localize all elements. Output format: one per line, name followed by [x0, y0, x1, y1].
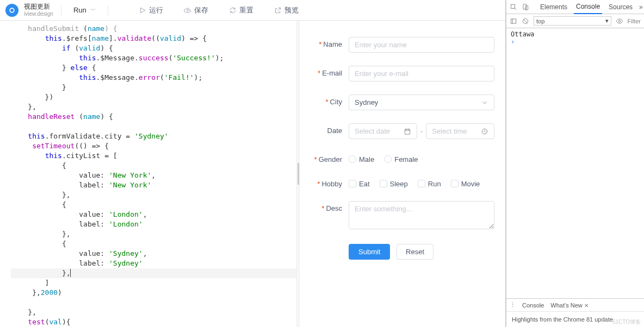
checkbox-eat[interactable]: Eat: [349, 180, 370, 188]
radio-female[interactable]: Female: [384, 155, 418, 163]
drawer-body: Highlights from the Chrome 81 update 51C…: [506, 312, 644, 327]
svg-point-1: [10, 9, 14, 12]
inspect-icon[interactable]: [510, 3, 517, 11]
email-label: E-mail: [322, 69, 342, 77]
svg-point-9: [618, 20, 621, 22]
name-input[interactable]: [349, 37, 494, 53]
clear-console-icon[interactable]: [522, 17, 529, 25]
svg-rect-2: [405, 129, 410, 134]
hobby-label: Hobby: [321, 180, 342, 188]
range-dash: -: [420, 127, 423, 135]
chevron-down-icon: [481, 99, 488, 106]
svg-rect-7: [511, 18, 516, 23]
console-line: Ottawa: [511, 30, 640, 38]
code-editor[interactable]: handleSubmit (name) { this.$refs[name].v…: [0, 21, 296, 327]
form-reset-button[interactable]: Reset: [397, 244, 434, 260]
logo-icon: [5, 4, 18, 17]
radio-male[interactable]: Male: [349, 155, 374, 163]
preview-button[interactable]: 预览: [270, 3, 303, 17]
run-button[interactable]: 运行: [134, 3, 168, 17]
checkbox-run[interactable]: Run: [418, 180, 441, 188]
external-link-icon: [274, 7, 282, 14]
app-subtitle: iview.design: [24, 11, 53, 17]
desc-textarea[interactable]: [349, 201, 494, 229]
checkbox-movie[interactable]: Movie: [451, 180, 480, 188]
refresh-icon: [229, 7, 237, 14]
app-title: 视图更新: [24, 3, 53, 10]
calendar-icon: [404, 128, 411, 135]
kebab-icon[interactable]: ⋮: [510, 301, 516, 309]
clock-icon: [481, 128, 488, 135]
city-label: City: [330, 98, 342, 106]
console-output[interactable]: Ottawa ›: [506, 28, 644, 298]
drawer-tab-console[interactable]: Console: [522, 302, 544, 309]
drawer-tab-whatsnew[interactable]: What's New ✕: [550, 302, 588, 309]
more-tabs-icon[interactable]: »: [639, 3, 643, 11]
date-picker[interactable]: Select date: [349, 123, 417, 139]
eye-icon[interactable]: [616, 17, 623, 25]
email-input[interactable]: [349, 66, 494, 81]
preview-pane: *Name *E-mail *City Sydney: [300, 21, 505, 327]
devtools-panel: Elements Console Sources » top▾ Filter O…: [506, 0, 644, 327]
splitter-handle[interactable]: [296, 21, 300, 327]
submit-button[interactable]: Submit: [349, 244, 390, 260]
date-label: Date: [327, 127, 342, 135]
checkbox-sleep[interactable]: Sleep: [380, 180, 408, 188]
chevron-down-icon: ﹀: [90, 7, 96, 14]
city-select[interactable]: Sydney: [349, 95, 494, 110]
context-select[interactable]: top▾: [534, 16, 611, 26]
tab-sources[interactable]: Sources: [606, 3, 635, 11]
close-icon[interactable]: ✕: [584, 303, 589, 309]
run-dropdown[interactable]: Run﹀: [69, 4, 100, 16]
desc-label: Desc: [326, 204, 342, 212]
filter-label[interactable]: Filter: [628, 18, 641, 24]
time-picker[interactable]: Select time: [426, 123, 494, 139]
console-prompt[interactable]: ›: [511, 38, 640, 46]
sidebar-toggle-icon[interactable]: [510, 17, 517, 25]
toolbar: 视图更新 iview.design Run﹀ 运行 保存 重置: [0, 0, 505, 21]
play-icon: [139, 7, 146, 14]
name-label: Name: [323, 40, 342, 48]
cloud-upload-icon: [184, 7, 191, 14]
tab-console[interactable]: Console: [574, 3, 602, 14]
gender-label: Gender: [319, 155, 342, 163]
device-icon[interactable]: [522, 3, 529, 11]
watermark: 51CTO博客: [612, 318, 641, 326]
save-button[interactable]: 保存: [179, 3, 213, 17]
svg-rect-5: [523, 4, 527, 9]
reset-button[interactable]: 重置: [225, 3, 258, 17]
tab-elements[interactable]: Elements: [538, 3, 569, 11]
logo-text: 视图更新 iview.design: [24, 3, 53, 16]
